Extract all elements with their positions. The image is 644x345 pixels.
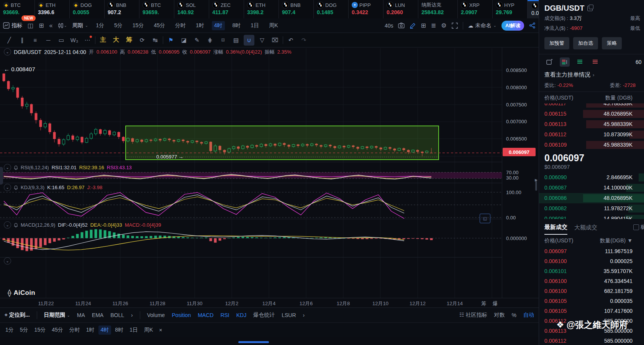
trend-line-icon[interactable]: ╱ — [4, 35, 15, 46]
collapse-main-pane-icon[interactable]: ⌄ — [4, 48, 11, 56]
add-window-icon[interactable] — [544, 57, 554, 67]
macd-alert-bell-icon[interactable] — [14, 223, 18, 227]
indicator-volume[interactable]: Volume — [147, 312, 165, 318]
ticker-tab-纳斯达克[interactable]: 纳斯达克25843.82 — [418, 0, 458, 18]
object-tree-icon[interactable]: ≣ — [431, 22, 436, 29]
overlay-ema[interactable]: EMA — [92, 312, 103, 318]
ticker-tab-XRP[interactable]: ▚XRP2.0907 — [458, 0, 493, 18]
ticker-tab-ETH[interactable]: ▚ETH3398.2 — [244, 0, 279, 18]
period-dropdown[interactable]: 周期⌄ — [72, 22, 88, 29]
share-icon[interactable] — [529, 22, 536, 29]
expand-pane-icon[interactable]: ◱ — [480, 214, 490, 223]
settings-icon[interactable]: ⚙ — [441, 22, 446, 29]
close-timeframe-icon[interactable]: × — [157, 326, 164, 334]
timeframe-1日[interactable]: 1日 — [248, 21, 261, 30]
marker-pen-icon[interactable]: ✎ — [192, 35, 202, 46]
bottom-timeframe-8时[interactable]: 8时 — [113, 325, 126, 335]
magnet-icon[interactable]: ∪ — [244, 35, 254, 46]
date-axis[interactable]: 11月2211月2411月2611月2811月3012月212月412月612月… — [0, 298, 539, 308]
axis-extra-爆[interactable]: 爆 — [493, 300, 498, 307]
bookmark-icon[interactable]: ⚑ — [166, 35, 176, 46]
locate-button[interactable]: ⌖定位到... — [5, 312, 30, 319]
main-chart-button[interactable]: 主 — [98, 35, 108, 46]
parallel-channel-icon[interactable]: ∥ — [17, 35, 28, 46]
percent-scale-toggle[interactable]: % — [512, 312, 516, 318]
pattern-icon[interactable]: ⋕ — [205, 35, 215, 46]
main-orders-link[interactable]: 查看主力挂单情况› — [539, 70, 644, 81]
date-label[interactable]: 12月12 — [410, 300, 426, 307]
bottom-timeframe-1时[interactable]: 1时 — [84, 325, 97, 335]
kdj-alert-bell-icon[interactable] — [14, 185, 18, 190]
date-label[interactable]: 11月22 — [38, 300, 54, 307]
date-range-dropdown[interactable]: 日期范围 ⌄ — [44, 312, 70, 319]
trade-row[interactable]: 0.006100682.181759 — [539, 286, 644, 296]
trade-row[interactable]: 0.006112585.000000 — [539, 336, 644, 345]
bid-row[interactable]: 0.00608714.100000K — [539, 183, 644, 193]
collapse-rsi-pane-icon[interactable]: ⌄ — [4, 164, 11, 171]
collapse-kdj-pane-icon[interactable]: ⌄ — [4, 184, 11, 191]
bottom-timeframe-45分[interactable]: 45分 — [49, 325, 66, 335]
timeframe-周K[interactable]: 周K — [267, 21, 280, 30]
rsi-alert-bell-icon[interactable] — [14, 165, 18, 170]
timeframe-5分[interactable]: 5分 — [112, 21, 125, 30]
timeframe-8时[interactable]: 8时 — [230, 21, 243, 30]
ticker-tab-HYP[interactable]: ▚HYP29.769 — [493, 0, 528, 18]
ticker-tab-BTC[interactable]: ▚BTC93659. — [139, 0, 174, 18]
trade-row[interactable]: 0.006097111.967519 — [539, 246, 644, 256]
bottom-timeframe-分时[interactable]: 分时 — [67, 325, 82, 335]
bottom-timeframe-周K[interactable]: 周K — [142, 325, 155, 335]
draw-mode-icon[interactable] — [410, 23, 416, 29]
date-label[interactable]: 12月6 — [300, 300, 313, 307]
strategy-button[interactable]: 策略 — [602, 37, 622, 49]
chips-button[interactable]: 筹 — [124, 35, 134, 46]
orderbook-bids-icon[interactable] — [575, 57, 585, 67]
collapse-macd-pane-icon[interactable]: ⌄ — [4, 221, 11, 229]
more-indicators-icon[interactable]: › — [303, 312, 305, 318]
redo-icon[interactable]: ↷ — [298, 35, 309, 46]
trade-row[interactable]: 0.006105107.417600 — [539, 306, 644, 316]
ticker-tab-DOG[interactable]: ▚DOG0.1485 — [314, 0, 349, 18]
watchlist-button[interactable]: 加自选 — [573, 37, 598, 49]
ticker-tab-ETH[interactable]: ◆ETH3396.6 — [35, 0, 70, 18]
trash-icon[interactable]: ⌧ — [270, 35, 280, 46]
log-scale-toggle[interactable]: 对数 — [494, 312, 505, 319]
note-icon[interactable]: ▤ — [231, 35, 241, 46]
timeframe-1分[interactable]: 1分 — [93, 21, 107, 30]
ask-row[interactable]: 0.00611210.873099K — [539, 129, 644, 140]
timeframe-分时[interactable]: 分时 — [173, 21, 188, 30]
ask-row[interactable]: 0.00611345.988339K — [539, 119, 644, 129]
collapse-extra-pane-icon[interactable]: ⌄ — [4, 257, 11, 265]
save-template-icon[interactable]: ◫ — [28, 22, 33, 29]
overlay-boll[interactable]: BOLL — [110, 312, 124, 318]
add-pane-icon[interactable]: ⊞ — [421, 22, 426, 29]
date-label[interactable]: 11月26 — [113, 300, 128, 307]
lock-icon[interactable]: ⌑ — [218, 35, 228, 46]
bid-row[interactable]: 0.0060902.846695K — [539, 172, 644, 183]
timeframe-4时[interactable]: 4时 — [212, 21, 225, 30]
date-label[interactable]: 11月24 — [75, 300, 91, 307]
bottom-timeframe-15分[interactable]: 15分 — [32, 325, 48, 335]
date-label[interactable]: 12月14 — [447, 300, 463, 307]
trade-row[interactable]: 0.006113585.000000 — [539, 326, 644, 336]
chart-area[interactable]: 0.005977 → ⌄ DGB/USDT 2025-12-11 04:00 开… — [0, 47, 539, 298]
ask-row[interactable]: 0.00610945.988339K — [539, 140, 644, 150]
date-label[interactable]: 12月8 — [337, 300, 350, 307]
screenshot-icon[interactable] — [398, 23, 405, 28]
ticker-tab-BNB[interactable]: ▚BNB907.2 — [105, 0, 139, 18]
indicator-position[interactable]: Position — [172, 312, 191, 318]
candlestick-chart[interactable]: 0.005977 → — [0, 47, 502, 298]
indicator-kdj[interactable]: KDJ — [236, 312, 246, 318]
indicator-rsi[interactable]: RSI — [220, 312, 229, 318]
orderbook-split-icon[interactable] — [560, 57, 570, 67]
auto-scale-toggle[interactable]: 自动 — [523, 312, 534, 319]
tab-latest-trades[interactable]: 最新成交 — [544, 224, 567, 235]
eraser-icon[interactable]: ◪ — [179, 35, 189, 46]
date-label[interactable]: 11月28 — [150, 300, 166, 307]
ticker-tab-BNB[interactable]: ▚BNB907.4 — [279, 0, 314, 18]
community-indicators-button[interactable]: ☷社区指标 — [459, 312, 487, 319]
axis-extra-筹[interactable]: 筹 — [481, 300, 486, 307]
compare-icon[interactable]: ⊞ — [39, 22, 44, 29]
bottom-timeframe-1日[interactable]: 1日 — [127, 325, 140, 335]
bid-row[interactable]: 0.00608114.890415K — [539, 214, 644, 219]
bid-row[interactable]: 0.00608648.026895K — [539, 193, 644, 203]
